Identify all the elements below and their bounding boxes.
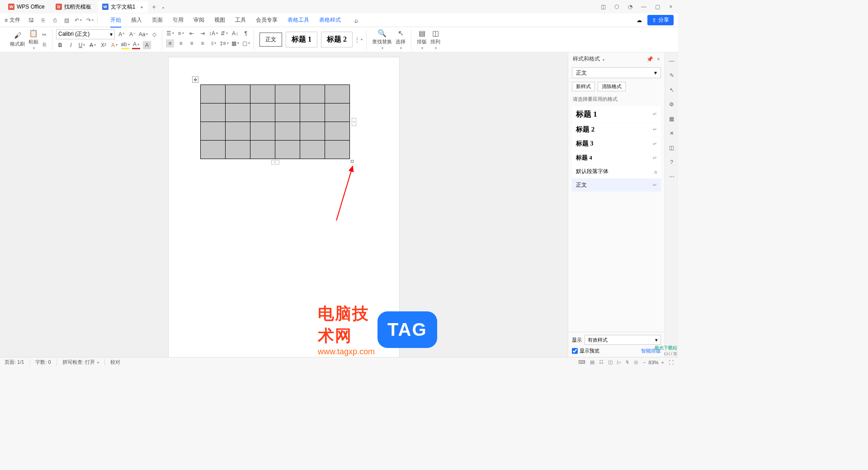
file-menu-button[interactable]: ≡ 文件 xyxy=(5,16,20,24)
save-icon[interactable]: 🖫 xyxy=(28,17,35,24)
superscript-icon[interactable]: X² xyxy=(99,41,108,49)
show-preview-input[interactable] xyxy=(572,348,578,354)
tab-table-style[interactable]: 表格样式 xyxy=(315,14,345,26)
underline-icon[interactable]: U xyxy=(78,41,86,49)
smart-layout-link[interactable]: 智能排版 xyxy=(641,348,661,354)
user-avatar-icon[interactable]: ◔ xyxy=(627,3,634,10)
style-item-body[interactable]: 正文↵ xyxy=(572,179,661,192)
table-row[interactable] xyxy=(201,122,350,141)
tab-template[interactable]: D 找稻壳模板 xyxy=(51,1,96,13)
status-words[interactable]: 字数: 0 xyxy=(35,359,51,366)
change-case-icon[interactable]: Aa xyxy=(139,30,147,38)
share-button[interactable]: ⇪ 分享 xyxy=(647,15,674,25)
zoom-out-button[interactable]: − xyxy=(643,360,646,365)
table-resize-handle[interactable] xyxy=(351,160,354,163)
tab-page[interactable]: 页面 xyxy=(147,14,167,26)
status-proof[interactable]: 校对 xyxy=(110,359,120,366)
tab-reference[interactable]: 引用 xyxy=(168,14,188,26)
fullscreen-icon[interactable]: ⛶ xyxy=(669,360,674,365)
cloud-icon[interactable]: ☁ xyxy=(636,17,643,24)
decrease-indent-icon[interactable]: ⇤ xyxy=(188,29,196,38)
tab-start[interactable]: 开始 xyxy=(106,14,126,26)
pin-icon[interactable]: 📌 xyxy=(646,56,653,62)
style-h2-button[interactable]: 标题 2 xyxy=(321,32,353,47)
input-mode-icon[interactable]: ⌨ xyxy=(578,359,585,365)
bold-icon[interactable]: B xyxy=(56,41,64,49)
select-button[interactable]: ↖ 选择 xyxy=(394,29,407,50)
tab-list-dropdown[interactable] xyxy=(159,3,167,10)
distribute-icon[interactable]: ⫴ xyxy=(209,39,217,47)
reader-mode-icon[interactable]: ◫ xyxy=(599,3,607,10)
font-color-icon[interactable]: A xyxy=(132,41,140,49)
zoom-in-button[interactable]: + xyxy=(661,360,664,365)
style-item-para-font[interactable]: 默认段落字体a xyxy=(572,165,661,178)
view-read-icon[interactable]: ▷ xyxy=(617,359,621,365)
format-painter-button[interactable]: 🖌 格式刷 xyxy=(8,32,27,47)
status-spell[interactable]: 拼写检查: 打开 xyxy=(62,359,99,366)
line-spacing-icon2[interactable]: ⇵ xyxy=(220,29,228,38)
cube-icon[interactable]: ⬡ xyxy=(613,3,620,10)
table-row[interactable] xyxy=(201,85,350,103)
find-replace-button[interactable]: 🔍 查找替换 xyxy=(370,29,394,50)
numbering-icon[interactable]: ≡ xyxy=(177,29,185,38)
text-direction-icon[interactable]: ↕A xyxy=(209,29,217,38)
window-minimize-button[interactable]: — xyxy=(640,3,647,10)
font-shrink-icon[interactable]: A⁻ xyxy=(128,30,137,38)
borders-icon[interactable]: ▢ xyxy=(242,39,250,47)
view-outline-icon[interactable]: ☷ xyxy=(599,359,604,365)
clear-format-icon[interactable]: ◇ xyxy=(150,30,158,38)
table-row[interactable] xyxy=(201,141,350,159)
font-name-select[interactable]: Calibri (正文) ▾ xyxy=(56,29,115,39)
italic-icon[interactable]: I xyxy=(67,41,75,49)
bullets-icon[interactable]: ☰ xyxy=(166,29,174,38)
view-web-icon[interactable]: ◫ xyxy=(608,359,613,365)
new-style-button[interactable]: 新样式 xyxy=(572,82,595,91)
tools-icon[interactable]: ✕ xyxy=(668,129,676,137)
align-right-icon[interactable]: ≡ xyxy=(188,39,196,47)
help-icon[interactable]: ? xyxy=(668,158,676,166)
tab-wps-home[interactable]: W WPS Office xyxy=(4,1,49,13)
tab-add-button[interactable]: + xyxy=(150,3,159,10)
layout-button[interactable]: ▤ 排版 xyxy=(415,29,429,50)
arrange-button[interactable]: ◫ 排列 xyxy=(429,29,442,50)
show-preview-checkbox[interactable]: 显示预览 xyxy=(572,348,599,354)
print-preview-icon[interactable]: ▤ xyxy=(63,17,70,24)
tab-insert[interactable]: 插入 xyxy=(127,14,146,26)
tab-member[interactable]: 会员专享 xyxy=(251,14,282,26)
tab-tools[interactable]: 工具 xyxy=(231,14,250,26)
table-add-row-button[interactable]: + xyxy=(271,160,279,164)
view-focus-icon[interactable]: ↯ xyxy=(625,359,629,365)
clear-format-button[interactable]: 清除格式 xyxy=(598,82,626,91)
undo-button[interactable]: ↶ xyxy=(75,17,82,24)
book-icon[interactable]: ◫ xyxy=(668,144,676,152)
copy-icon[interactable]: ⎘ xyxy=(40,41,48,49)
show-marks-icon[interactable]: ¶ xyxy=(242,29,250,38)
window-maximize-button[interactable]: ▢ xyxy=(654,3,661,10)
grid-icon[interactable]: ▦ xyxy=(668,115,676,123)
window-close-button[interactable]: × xyxy=(667,3,675,10)
print-icon[interactable]: ⎙ xyxy=(51,17,58,24)
tab-review[interactable]: 审阅 xyxy=(189,14,209,26)
table-add-col-button[interactable]: + xyxy=(352,118,356,126)
more-icon[interactable]: ⋯ xyxy=(668,173,676,181)
paste-button[interactable]: 📋 粘贴 xyxy=(27,29,40,50)
settings-icon[interactable]: ⚙ xyxy=(668,100,676,108)
tab-table-tools[interactable]: 表格工具 xyxy=(283,14,314,26)
document-table[interactable] xyxy=(200,85,350,159)
highlight-icon[interactable]: ab xyxy=(121,41,129,49)
shading-icon[interactable]: ▦ xyxy=(231,39,239,47)
font-bg-icon[interactable]: A xyxy=(143,41,151,49)
table-move-handle[interactable]: ✥ xyxy=(192,76,198,83)
sort-icon[interactable]: A↓ xyxy=(231,29,239,38)
status-page[interactable]: 页面: 1/1 xyxy=(5,359,24,366)
font-grow-icon[interactable]: A⁺ xyxy=(118,30,126,38)
focus-target-icon[interactable]: ◎ xyxy=(634,359,638,365)
document-workspace[interactable]: ✥ + + 电脑技术网 www.tagxp.com TAG xyxy=(0,52,568,357)
search-icon[interactable]: ⌕ xyxy=(353,17,360,24)
style-item-h1[interactable]: 标题 1↵ xyxy=(572,106,661,122)
view-print-icon[interactable]: ▤ xyxy=(590,359,594,365)
redo-button[interactable]: ↷ xyxy=(86,17,94,24)
collapse-icon[interactable]: — xyxy=(668,57,676,65)
display-select[interactable]: 有效样式 ▾ xyxy=(585,335,661,345)
table-row[interactable] xyxy=(201,103,350,122)
